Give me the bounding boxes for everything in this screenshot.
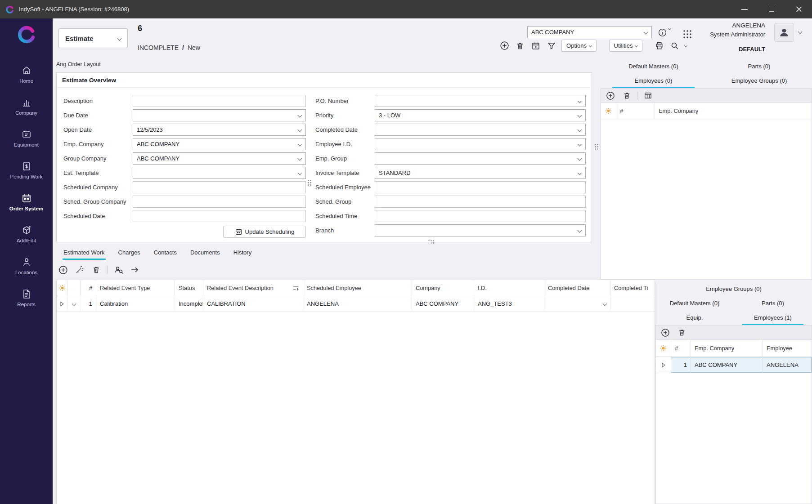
sidebar-item-company[interactable]: Company: [0, 97, 53, 116]
splitter-handle[interactable]: [428, 240, 435, 244]
open-date-select[interactable]: 12/5/2023: [133, 124, 306, 136]
due-date-select[interactable]: [133, 109, 306, 121]
po-number-select[interactable]: [375, 95, 586, 107]
priority-select[interactable]: 3 - LOW: [375, 109, 586, 121]
options-sun-icon[interactable]: [660, 345, 667, 352]
company-selector[interactable]: ABC COMPANY: [527, 26, 652, 38]
branch-select[interactable]: [375, 224, 586, 236]
invoice-template-select[interactable]: STANDARD: [375, 167, 586, 179]
scheduled-time-input[interactable]: [375, 210, 586, 222]
chevron-down-icon[interactable]: [72, 302, 76, 306]
delete-work-button[interactable]: [90, 264, 102, 276]
sidebar-item-reports[interactable]: Reports: [0, 289, 53, 307]
splitter-handle[interactable]: [594, 143, 599, 150]
filter-button[interactable]: [546, 40, 557, 52]
options-sun-icon[interactable]: [605, 107, 612, 114]
tab-equip[interactable]: Equip.: [655, 311, 734, 325]
utilities-button[interactable]: Utilities: [609, 40, 642, 52]
column-header[interactable]: Scheduled Employee: [303, 280, 412, 296]
add-employee-button[interactable]: [659, 327, 671, 339]
row-number: 1: [671, 357, 691, 373]
tab-employees[interactable]: Employees (0): [601, 74, 706, 88]
scheduled-company-input[interactable]: [133, 181, 306, 193]
sidebar-item-equipment[interactable]: Equipment: [0, 129, 53, 147]
expand-row-icon[interactable]: [661, 362, 666, 368]
add-employee-button[interactable]: [605, 90, 616, 102]
delete-record-button[interactable]: [514, 40, 526, 52]
minimize-button[interactable]: [731, 0, 758, 18]
column-header[interactable]: Related Event Description: [203, 280, 303, 296]
employee-id-select[interactable]: [375, 138, 586, 150]
column-header[interactable]: Employee: [763, 340, 812, 357]
tab-default-masters[interactable]: Default Masters (0): [601, 59, 706, 74]
column-header[interactable]: Company: [412, 280, 474, 296]
update-scheduling-button[interactable]: Update Scheduling: [223, 226, 306, 238]
maximize-button[interactable]: [758, 0, 785, 18]
column-header[interactable]: Completed Ti: [610, 280, 655, 296]
tab-employee-groups[interactable]: Employee Groups (0): [706, 74, 812, 88]
column-header[interactable]: Related Event Type: [96, 280, 175, 296]
column-header[interactable]: Emp. Company: [655, 103, 812, 119]
add-work-button[interactable]: [57, 264, 69, 276]
cell-completed-date[interactable]: [544, 296, 610, 311]
column-header[interactable]: Completed Date: [544, 280, 610, 296]
est-template-select[interactable]: [133, 167, 306, 179]
column-header[interactable]: #: [671, 340, 691, 357]
column-header[interactable]: Emp. Company: [691, 340, 763, 357]
options-button[interactable]: Options: [561, 40, 597, 52]
forward-button[interactable]: [129, 264, 141, 276]
sidebar-item-pending-work[interactable]: Pending Work: [0, 161, 53, 179]
chevron-down-icon[interactable]: [668, 27, 671, 30]
column-header[interactable]: I.D.: [474, 280, 544, 296]
info-button[interactable]: [656, 27, 668, 38]
delete-employee-button[interactable]: [621, 90, 633, 102]
group-company-select[interactable]: ABC COMPANY: [133, 152, 306, 165]
add-record-button[interactable]: [498, 40, 510, 52]
table-row[interactable]: 1 Calibration Incomplete CALIBRATION ANG…: [57, 296, 655, 312]
column-header[interactable]: Status: [175, 280, 203, 296]
search-button[interactable]: [669, 40, 681, 52]
user-avatar[interactable]: [774, 23, 794, 42]
scheduled-date-input[interactable]: [133, 210, 306, 222]
options-sun-icon[interactable]: [59, 285, 66, 291]
auto-fill-button[interactable]: [74, 264, 85, 276]
column-header[interactable]: #: [81, 280, 96, 296]
tab-parts[interactable]: Parts (0): [706, 59, 812, 74]
splitter-handle[interactable]: [307, 179, 312, 186]
tab-documents[interactable]: Documents: [189, 247, 221, 260]
sidebar-item-home[interactable]: Home: [0, 65, 53, 84]
tab-history[interactable]: History: [233, 247, 252, 260]
emp-group-select[interactable]: [375, 152, 586, 165]
close-button[interactable]: [785, 0, 812, 18]
sidebar-item-add-edit[interactable]: Add/Edit: [0, 225, 53, 243]
tab-default-masters[interactable]: Default Masters (0): [655, 296, 734, 311]
sidebar-item-order-system[interactable]: Order System: [0, 193, 53, 211]
sched-group-company-input[interactable]: [133, 196, 306, 208]
completed-date-select[interactable]: [375, 124, 586, 136]
sched-group-input[interactable]: [375, 196, 586, 208]
calendar-button[interactable]: [530, 40, 542, 52]
description-input[interactable]: [133, 95, 306, 107]
chevron-down-icon[interactable]: [798, 30, 803, 34]
chevron-down-icon[interactable]: [684, 44, 687, 47]
tab-contacts[interactable]: Contacts: [153, 247, 178, 260]
cell-id: ANG_TEST3: [474, 296, 544, 311]
print-button[interactable]: [653, 40, 665, 52]
assign-employee-button[interactable]: [112, 264, 124, 276]
tab-parts[interactable]: Parts (0): [734, 296, 812, 311]
sidebar-item-locations[interactable]: Locations: [0, 257, 53, 275]
tab-employees[interactable]: Employees (1): [734, 311, 812, 325]
tab-employee-groups[interactable]: Employee Groups (0): [655, 282, 812, 296]
tab-estimated-work[interactable]: Estimated Work: [63, 247, 106, 260]
apps-grid-button[interactable]: [682, 28, 693, 40]
record-type-dropdown[interactable]: Estimate: [58, 28, 128, 48]
emp-company-select[interactable]: ABC COMPANY: [133, 138, 306, 150]
table-row[interactable]: 1 ABC COMPANY ANGELENA: [656, 357, 812, 373]
expand-row-icon[interactable]: [60, 301, 64, 307]
sort-icon[interactable]: [292, 285, 299, 291]
scheduled-employee-input[interactable]: [375, 181, 586, 193]
tab-charges[interactable]: Charges: [117, 247, 141, 260]
delete-employee-button[interactable]: [676, 327, 687, 339]
column-header[interactable]: #: [616, 103, 655, 119]
grid-view-button[interactable]: [642, 90, 654, 102]
